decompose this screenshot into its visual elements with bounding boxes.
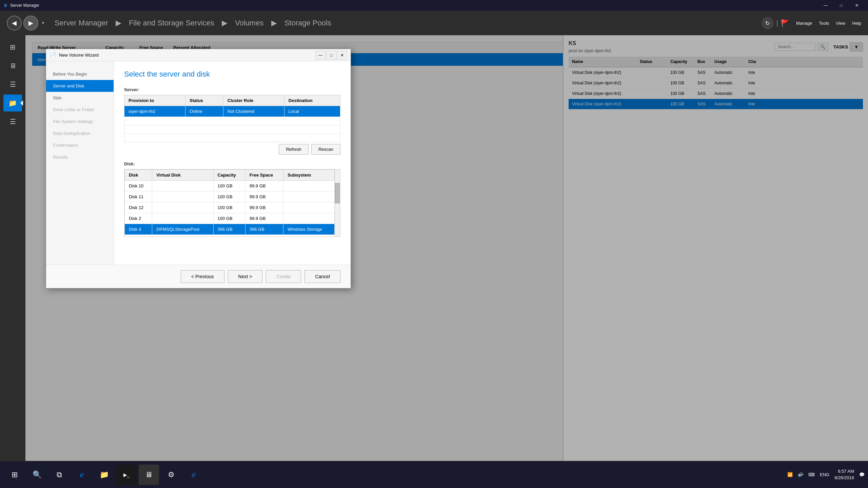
rescan-button[interactable]: Rescan [311,144,340,155]
maximize-button[interactable]: □ [833,0,849,11]
taskbar: ⊞ 🔍 ⧉ ℯ 📁 ▶_ 🖥 ⚙ ℯ 📶 🔊 ⌨ ENG 6:57 AM 8/2… [0,461,868,488]
title-bar: 🖥 Server Manager — □ ✕ [0,0,868,11]
refresh-button[interactable]: ↻ [762,17,774,29]
disk-row-2[interactable]: Disk 2 100 GB 99.9 GB [125,213,335,224]
server-row-1[interactable]: siyer-dpm-th2 Online Not Clustered Local [124,106,340,117]
cmd-button[interactable]: ▶_ [116,465,137,485]
help-menu[interactable]: Help [852,21,861,26]
tools-menu[interactable]: Tools [819,21,829,26]
nav-file-system: File System Settings [46,116,114,127]
server-table: Provision to Status Cluster Role Destina… [124,95,340,142]
sidebar-item-storage[interactable]: ☰ [3,113,22,130]
server-row-empty-3 [124,134,340,142]
server-provision-cell: siyer-dpm-th2 [124,106,185,117]
disk-th-virtual: Virtual Disk [152,170,213,181]
nav-dropdown[interactable]: ▼ [41,21,45,25]
keyboard-icon: ⌨ [808,472,815,477]
breadcrumb: Server Manager ▶ File and Storage Servic… [52,19,762,27]
dialog-body: Before You Begin Server and Disk Size Dr… [46,61,351,265]
edge-button[interactable]: ℯ [72,465,92,485]
back-button[interactable]: ◀ [7,16,22,30]
disk-row-10[interactable]: Disk 10 100 GB 99.9 GB [125,181,335,191]
disk-row-11[interactable]: Disk 11 100 GB 99.9 GB [125,191,335,202]
volume-icon: 🔊 [798,472,803,477]
server-th-provision: Provision to [124,95,185,106]
next-button[interactable]: Next > [228,270,263,283]
nav-size[interactable]: Size [46,92,114,104]
forward-button[interactable]: ▶ [23,16,38,30]
task-view-button[interactable]: ⧉ [49,465,70,485]
previous-button[interactable]: < Previous [181,270,224,283]
server-cluster-cell: Not Clustered [223,106,284,117]
dialog-close[interactable]: ✕ [337,51,347,60]
network-icon: 📶 [787,472,793,477]
dialog-nav: Before You Begin Server and Disk Size Dr… [46,61,114,265]
server-destination-cell: Local [284,106,340,117]
dialog-icon: 📄 [50,52,56,58]
refresh-button[interactable]: Refresh [279,144,309,155]
create-button: Create [266,270,301,283]
dialog-overlay: 📄 New Volume Wizard — □ ✕ Before You Beg… [25,35,868,461]
nav-drive-letter: Drive Letter or Folder [46,104,114,116]
server-th-status: Status [185,95,223,106]
disk-list-container: Disk Virtual Disk Capacity Free Space Su… [124,169,340,237]
dialog-minimize[interactable]: — [315,51,326,60]
close-button[interactable]: ✕ [849,0,865,11]
dialog-window-controls: — □ ✕ [315,51,347,60]
taskbar-time[interactable]: 6:57 AM 8/26/2016 [834,468,854,481]
server-th-cluster: Cluster Role [223,95,284,106]
ie-taskbar[interactable]: ℯ [183,465,204,485]
sidebar: ⊞ 🖥 ☰ 📁 ☰ [0,35,25,461]
disk-th-disk: Disk [125,170,152,181]
disk-row-4-selected[interactable]: Disk 4 DPMSQLStoragePool 396 GB 396 GB W… [125,224,335,235]
disk-th-free: Free Space [245,170,283,181]
dialog-titlebar: 📄 New Volume Wizard — □ ✕ [46,49,351,61]
sidebar-item-all-servers[interactable]: ☰ [3,76,22,93]
nav-before-you-begin[interactable]: Before You Begin [46,68,114,80]
server-row-empty-2 [124,125,340,134]
server-status-cell: Online [185,106,223,117]
server-th-destination: Destination [284,95,340,106]
nav-deduplication: Data Deduplication [46,127,114,139]
active-indicator [20,100,23,106]
nav-buttons: ◀ ▶ ▼ [7,16,45,30]
dialog-title: New Volume Wizard [59,53,99,58]
cancel-button[interactable]: Cancel [304,270,340,283]
disk-row-9[interactable]: Disk 9 100 GB 99.9 GB [125,235,335,237]
start-button[interactable]: ⊞ [4,465,25,485]
server-manager-taskbar[interactable]: 🖥 [139,465,159,485]
header-buttons: ↻ | 🚩 Manage Tools View Help [762,17,861,29]
title-bar-text: Server Manager [10,3,39,8]
notification-icon[interactable]: 💬 [859,472,865,477]
nav-results: Results [46,151,114,163]
disk-th-capacity: Capacity [213,170,245,181]
view-menu[interactable]: View [836,21,845,26]
disk-section-label: Disk: [124,161,340,166]
main-content: Read-Write Server Capacity Free Space Pe… [25,35,868,461]
server-section-label: Server: [124,87,340,92]
settings-taskbar[interactable]: ⚙ [161,465,181,485]
sm-header: ◀ ▶ ▼ Server Manager ▶ File and Storage … [0,11,868,35]
minimize-button[interactable]: — [818,0,833,11]
disk-list-scrollbar[interactable] [335,169,340,237]
search-button[interactable]: 🔍 [27,465,47,485]
title-bar-controls: — □ ✕ [818,0,865,11]
disk-table-header-row: Disk Virtual Disk Capacity Free Space Su… [125,170,335,181]
sidebar-item-dashboard[interactable]: ⊞ [3,39,22,56]
disk-row-12[interactable]: Disk 12 100 GB 99.9 GB [125,202,335,213]
dialog-footer: < Previous Next > Create Cancel [46,265,351,288]
nav-confirmation: Confirmation [46,139,114,151]
taskbar-system: 📶 🔊 ⌨ ENG 6:57 AM 8/26/2016 💬 [787,468,865,481]
title-bar-icon: 🖥 [3,3,7,8]
nav-server-and-disk[interactable]: Server and Disk [46,80,114,92]
manage-menu[interactable]: Manage [796,21,812,26]
dialog-maximize[interactable]: □ [326,51,336,60]
disk-list-table: Disk Virtual Disk Capacity Free Space Su… [124,169,335,237]
dialog-heading: Select the server and disk [124,70,340,79]
dialog-new-volume-wizard: 📄 New Volume Wizard — □ ✕ Before You Beg… [46,49,351,288]
explorer-button[interactable]: 📁 [94,465,114,485]
server-action-row: Refresh Rescan [124,144,340,155]
scrollbar-thumb[interactable] [335,183,340,203]
sidebar-item-local-server[interactable]: 🖥 [3,57,22,74]
sidebar-item-file-storage[interactable]: 📁 [3,95,22,111]
